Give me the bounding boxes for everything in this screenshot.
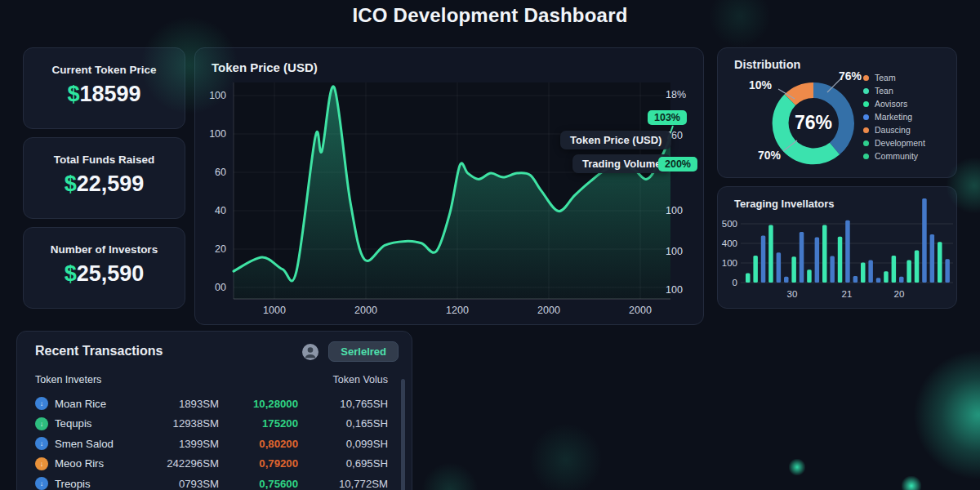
legend-dot	[863, 154, 869, 159]
table-row[interactable]: ↓Tequpis12938SM1752000,165SH	[17, 414, 394, 434]
indicator-bar[interactable]	[945, 259, 950, 283]
indicator-bar[interactable]	[830, 256, 835, 283]
indicator-bar[interactable]	[761, 235, 766, 283]
legend-label: Development	[875, 138, 925, 148]
stat-label: Number of Investors	[24, 243, 185, 256]
legend-item[interactable]: Community	[863, 149, 925, 163]
stat-label: Total Funds Raised	[24, 154, 185, 166]
stat-card-investors: Number of Investors $25,590	[23, 227, 185, 309]
stat-card-token-price: Current Token Price $18599	[23, 47, 185, 129]
token-amount: 1893SM	[149, 398, 219, 410]
legend-item[interactable]: Tean	[863, 84, 925, 97]
table-row[interactable]: ↓Smen Salod1399SM0,802000,099SH	[17, 434, 394, 454]
token-change: 10,28000	[219, 398, 298, 410]
right-axis-tick: 18%	[666, 89, 686, 100]
indicator-bar[interactable]	[807, 270, 812, 283]
tooltip-token-price: Token Price (USD)	[560, 131, 671, 149]
filter-button[interactable]: Serlelred	[328, 341, 399, 362]
token-name: Moan Rice	[55, 398, 106, 410]
distribution-card: Distribution 76% 76% 10% 70% TeamTeanAov…	[717, 47, 957, 178]
transactions-title: Recent Transactions	[35, 344, 163, 359]
legend-label: Tean	[875, 86, 893, 96]
indicator-bar[interactable]	[915, 250, 920, 283]
legend-label: Team	[875, 73, 896, 82]
indicator-bar[interactable]	[868, 261, 873, 283]
column-header-volume: Token Volus	[298, 374, 388, 385]
legend-item[interactable]: Dauscing	[863, 123, 925, 136]
transactions-actions: Serlelred	[301, 341, 399, 362]
indicator-bar[interactable]	[906, 261, 911, 283]
indicator-bar[interactable]	[899, 277, 904, 283]
legend-label: Marketing	[875, 112, 912, 122]
token-change: 0,75600	[219, 478, 298, 490]
indicator-bar[interactable]	[884, 271, 889, 283]
callout-top-left: 10%	[749, 78, 772, 91]
legend-dot	[863, 101, 869, 107]
indicator-bar[interactable]	[746, 274, 751, 283]
svg-text:60: 60	[215, 167, 226, 178]
indicator-bar[interactable]	[938, 242, 942, 283]
indicator-bar[interactable]	[753, 256, 758, 283]
right-axis-tick: 100	[666, 284, 683, 296]
token-amount: 242296SM	[149, 457, 219, 470]
right-axis-tick: 100	[666, 205, 683, 216]
indicator-bar[interactable]	[791, 256, 796, 283]
legend-label: Community	[875, 151, 918, 161]
indicator-bar[interactable]	[784, 277, 789, 283]
indicator-bar[interactable]	[892, 256, 897, 283]
glow-blob	[529, 423, 603, 490]
table-row[interactable]: ↓Meoo Rirs242296SM0,792000,695SH	[17, 454, 394, 474]
coin-icon: ↓	[35, 417, 48, 430]
indicator-bar[interactable]	[861, 263, 866, 283]
legend-dot	[863, 88, 869, 94]
indicator-bar[interactable]	[853, 276, 858, 283]
legend-item[interactable]: Team	[863, 71, 925, 84]
stat-number: 25,590	[77, 261, 145, 286]
table-row[interactable]: ↓Treopis0793SM0,7560010,772SM	[17, 474, 394, 490]
indicator-bar[interactable]	[777, 252, 782, 283]
token-price-area-chart: 1001006040200010002000120020002000	[195, 48, 705, 326]
indicator-bar[interactable]	[838, 237, 843, 283]
stat-card-funds-raised: Total Funds Raised $22,599	[23, 137, 185, 219]
indicator-bar[interactable]	[930, 234, 935, 283]
transactions-header-row: Token Inveters Token Volus	[17, 374, 394, 385]
stat-number: 22,599	[77, 172, 145, 196]
svg-text:2000: 2000	[629, 305, 652, 316]
indicator-bar[interactable]	[768, 225, 773, 283]
indicator-bar[interactable]	[922, 198, 927, 283]
dashboard-page: ICO Development Dashboard Current Token …	[0, 0, 980, 490]
table-row[interactable]: ↓Moan Rice1893SM10,2800010,765SH	[17, 394, 394, 414]
glow-blob	[902, 476, 921, 490]
user-circle-icon[interactable]	[301, 342, 320, 362]
token-name: Treopis	[55, 478, 90, 490]
table-scrollbar[interactable]	[401, 379, 405, 490]
indicator-bar[interactable]	[800, 232, 804, 283]
stat-label: Current Token Price	[24, 64, 185, 76]
token-change: 0,80200	[219, 438, 298, 450]
legend-item[interactable]: Development	[863, 136, 925, 149]
legend-item[interactable]: Aovisors	[863, 97, 925, 110]
indicator-bar[interactable]	[815, 238, 820, 283]
token-name: Meoo Rirs	[55, 457, 104, 470]
token-price-chart-title: Token Price (USD)	[212, 60, 318, 74]
svg-text:100: 100	[722, 258, 737, 268]
token-volume: 10,772SM	[298, 478, 388, 490]
token-volume: 0,695SH	[298, 457, 388, 470]
indicator-bar[interactable]	[822, 225, 827, 283]
svg-text:0: 0	[733, 278, 737, 287]
svg-text:00: 00	[215, 282, 226, 293]
right-axis: 18% 103% 760 100 100 100	[657, 48, 705, 326]
indicator-bar[interactable]	[876, 278, 881, 283]
legend-label: Aovisors	[875, 99, 907, 109]
token-name: Smen Salod	[55, 438, 114, 450]
indicator-bar[interactable]	[845, 220, 850, 283]
currency-symbol: $	[65, 261, 77, 286]
glow-blob	[913, 350, 980, 480]
token-amount: 12938SM	[149, 417, 219, 430]
svg-text:20: 20	[894, 289, 905, 299]
legend-item[interactable]: Marketing	[863, 110, 925, 123]
legend-dot	[863, 114, 869, 120]
svg-text:100: 100	[209, 128, 226, 140]
token-volume: 0,099SH	[298, 438, 388, 450]
column-header-token: Token Inveters	[17, 374, 149, 385]
